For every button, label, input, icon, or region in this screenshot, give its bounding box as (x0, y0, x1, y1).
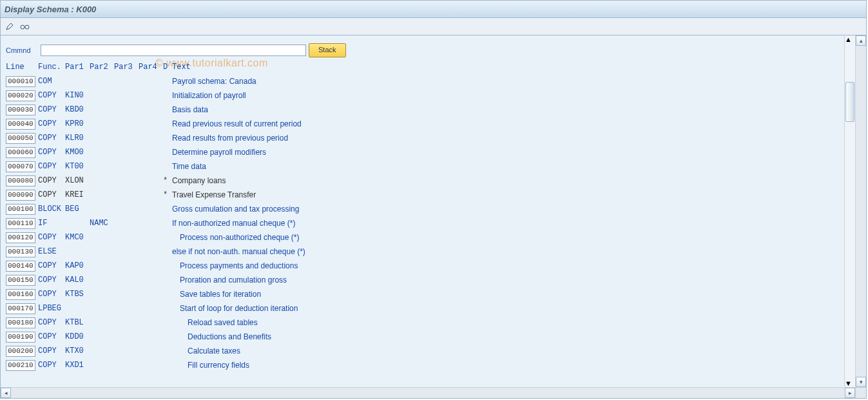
text-cell[interactable]: else if not non-auth. manual cheque (*) (172, 247, 305, 256)
line-number-input[interactable] (6, 147, 35, 158)
par1-cell[interactable]: KLR0 (65, 134, 90, 143)
glasses-icon[interactable] (19, 21, 30, 32)
func-cell[interactable]: COPY (38, 332, 65, 341)
line-number-input[interactable] (6, 261, 35, 272)
par1-cell[interactable]: KTBS (65, 290, 90, 299)
par1-cell[interactable]: KT00 (65, 162, 90, 171)
func-cell[interactable]: COPY (38, 261, 65, 270)
line-number-input[interactable] (6, 105, 35, 115)
line-number-input[interactable] (6, 317, 35, 328)
par1-cell[interactable]: KAP0 (65, 261, 90, 270)
table-row: COPYKXD1Fill currency fields (6, 358, 840, 372)
par1-cell[interactable]: KTBL (65, 318, 90, 327)
line-number-input[interactable] (6, 303, 35, 314)
par1-cell[interactable]: KTX0 (65, 346, 90, 355)
text-cell[interactable]: Initialization of payroll (172, 91, 246, 100)
line-number-input[interactable] (6, 275, 35, 286)
scroll-left-icon[interactable]: ◂ (1, 388, 11, 398)
d-cell: * (163, 176, 172, 185)
func-cell[interactable]: COPY (38, 290, 65, 299)
func-cell[interactable]: COPY (38, 134, 65, 143)
text-cell[interactable]: Gross cumulation and tax processing (172, 205, 299, 214)
text-cell[interactable]: Determine payroll modifiers (172, 148, 266, 157)
func-cell[interactable]: ELSE (38, 247, 65, 256)
text-cell[interactable]: If non-authorized manual cheque (*) (172, 219, 295, 228)
func-cell[interactable]: COPY (38, 148, 65, 157)
line-number-input[interactable] (6, 246, 35, 257)
line-number-input[interactable] (6, 119, 35, 130)
par1-cell[interactable]: KMO0 (65, 148, 90, 157)
scroll-right-icon[interactable]: ▸ (845, 388, 855, 398)
line-number-input[interactable] (6, 76, 35, 87)
line-number-input[interactable] (6, 346, 35, 357)
text-cell[interactable]: Calculate taxes (172, 346, 240, 355)
text-cell[interactable]: Start of loop for deduction iteration (172, 304, 298, 313)
header-line: Line (6, 63, 38, 72)
func-cell[interactable]: COPY (38, 91, 65, 100)
line-number-input[interactable] (6, 360, 35, 371)
func-cell[interactable]: COM (38, 77, 65, 86)
table-row: COPYKAP0Process payments and deductions (6, 259, 840, 273)
svg-point-1 (25, 25, 29, 29)
line-number-input[interactable] (6, 161, 35, 172)
text-cell[interactable]: Reload saved tables (172, 318, 258, 327)
scroll-down-icon[interactable]: ▼ (845, 379, 855, 387)
command-input[interactable] (41, 45, 306, 56)
text-cell[interactable]: Deductions and Benefits (172, 332, 271, 341)
text-cell[interactable]: Save tables for iteration (172, 290, 261, 299)
table-row: COPYKMO0Determine payroll modifiers (6, 145, 840, 159)
func-cell[interactable]: COPY (38, 105, 65, 114)
line-number-input[interactable] (6, 232, 35, 243)
pencil-toggle-icon[interactable] (5, 21, 16, 32)
scroll-up-icon[interactable]: ▴ (856, 35, 866, 46)
table-row: COPYKIN0Initialization of payroll (6, 88, 840, 103)
par2-cell[interactable]: NAMC (90, 219, 114, 228)
par1-cell[interactable]: KIN0 (65, 91, 90, 100)
func-cell[interactable]: COPY (38, 233, 65, 242)
line-number-input[interactable] (6, 175, 35, 186)
scroll-thumb[interactable] (845, 82, 854, 122)
text-cell[interactable]: Process payments and deductions (172, 261, 298, 270)
outer-horizontal-scrollbar[interactable]: ◂ ▸ (1, 387, 866, 398)
text-cell[interactable]: Basis data (172, 105, 208, 114)
table-row: LPBEGStart of loop for deduction iterati… (6, 301, 840, 315)
par1-cell[interactable]: KBD0 (65, 105, 90, 114)
scroll-up-icon[interactable]: ▲ (845, 35, 855, 43)
line-number-input[interactable] (6, 190, 35, 201)
text-cell[interactable]: Read results from previous period (172, 134, 288, 143)
func-cell[interactable]: BLOCK (38, 205, 65, 214)
scroll-down-icon[interactable]: ▾ (856, 377, 866, 387)
line-number-input[interactable] (6, 332, 35, 343)
func-cell[interactable]: COPY (38, 361, 65, 370)
func-cell[interactable]: COPY (38, 275, 65, 285)
text-cell[interactable]: Fill currency fields (172, 361, 249, 370)
func-cell[interactable]: COPY (38, 318, 65, 327)
line-number-input[interactable] (6, 218, 35, 229)
func-cell[interactable]: COPY (38, 346, 65, 355)
func-cell[interactable]: COPY (38, 162, 65, 171)
text-cell[interactable]: Read previous result of current period (172, 119, 302, 128)
line-number-input[interactable] (6, 289, 35, 300)
par1-cell[interactable]: KPR0 (65, 119, 90, 128)
par1-cell[interactable]: KDD0 (65, 332, 90, 341)
line-number-input[interactable] (6, 133, 35, 144)
text-cell[interactable]: Proration and cumulation gross (172, 275, 287, 285)
par1-cell[interactable]: KAL0 (65, 275, 90, 285)
par1-cell: XLON (65, 176, 90, 185)
par1-cell[interactable]: KMC0 (65, 233, 90, 242)
header-text: Text (172, 63, 191, 72)
table-row: COPYKREI*Travel Expense Transfer (6, 188, 840, 202)
inner-vertical-scrollbar[interactable]: ▲ ▼ (844, 35, 855, 387)
text-cell[interactable]: Payroll schema: Canada (172, 77, 256, 86)
text-cell[interactable]: Process non-authorized cheque (*) (172, 233, 299, 242)
outer-vertical-scrollbar[interactable]: ▴ ▾ (855, 35, 866, 387)
func-cell[interactable]: COPY (38, 119, 65, 128)
func-cell[interactable]: IF (38, 219, 65, 228)
par1-cell[interactable]: KXD1 (65, 361, 90, 370)
stack-button[interactable]: Stack (309, 43, 346, 57)
func-cell[interactable]: LPBEG (38, 304, 65, 313)
par1-cell[interactable]: BEG (65, 205, 90, 214)
text-cell[interactable]: Time data (172, 162, 206, 171)
line-number-input[interactable] (6, 204, 35, 215)
line-number-input[interactable] (6, 90, 35, 101)
